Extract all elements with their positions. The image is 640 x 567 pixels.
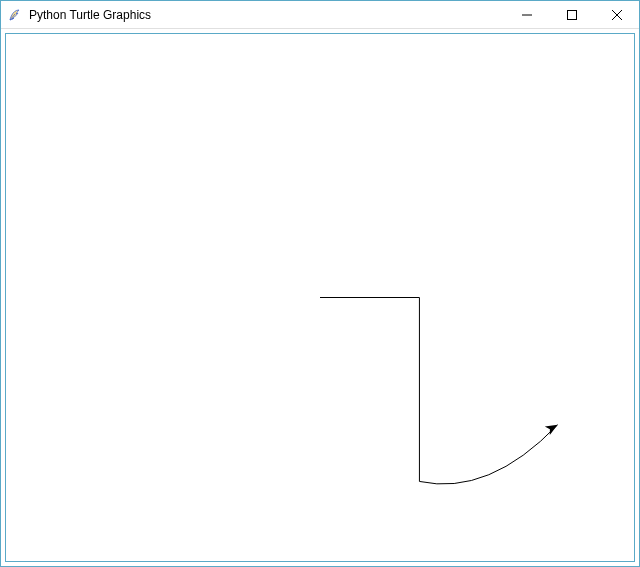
feather-icon [7, 7, 23, 23]
minimize-icon [522, 10, 532, 20]
close-icon [612, 10, 622, 20]
turtle-drawing [6, 34, 634, 561]
minimize-button[interactable] [504, 1, 549, 28]
close-button[interactable] [594, 1, 639, 28]
maximize-button[interactable] [549, 1, 594, 28]
svg-rect-1 [567, 10, 576, 19]
titlebar[interactable]: Python Turtle Graphics [1, 1, 639, 29]
turtle-canvas [5, 33, 635, 562]
app-window: Python Turtle Graphics [0, 0, 640, 567]
window-title: Python Turtle Graphics [29, 1, 504, 29]
maximize-icon [567, 10, 577, 20]
svg-marker-4 [545, 420, 560, 435]
window-controls [504, 1, 639, 28]
